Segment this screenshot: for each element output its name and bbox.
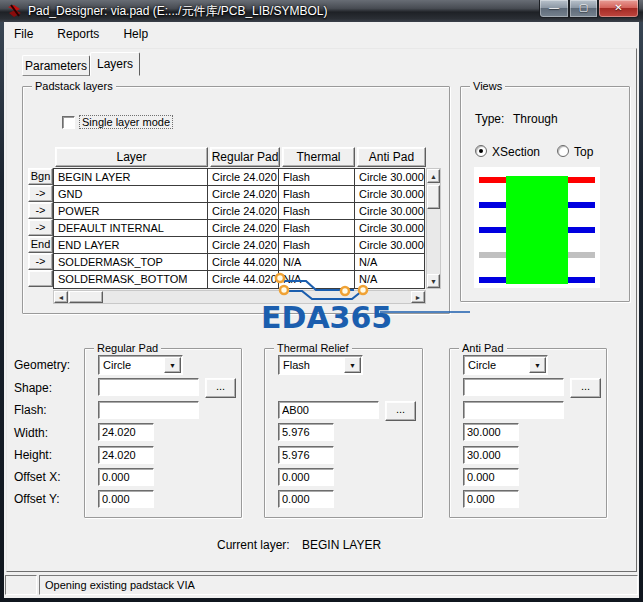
thermal-relief-cell[interactable]: Flash xyxy=(279,186,355,202)
regular-pad-cell[interactable]: Circle 24.020 xyxy=(208,220,279,236)
thermal-relief-cell[interactable]: N/A xyxy=(279,271,355,288)
table-horizontal-scrollbar[interactable]: ◄ ► xyxy=(53,290,426,304)
anti-pad-cell[interactable]: Circle 30.000 xyxy=(355,237,424,253)
scroll-left-arrow[interactable]: ◄ xyxy=(54,291,68,303)
minimize-button[interactable]: — xyxy=(539,0,569,18)
thermal-relief-cell[interactable]: N/A xyxy=(279,254,355,270)
row-nav-button[interactable]: -> xyxy=(28,253,53,270)
tab-layers[interactable]: Layers xyxy=(90,52,140,76)
close-button[interactable]: ✕ xyxy=(598,0,639,18)
anti-pad-cell[interactable]: Circle 30.000 xyxy=(355,220,424,236)
menu-file[interactable]: File xyxy=(6,24,41,44)
regular-pad-cell[interactable]: Circle 24.020 xyxy=(208,169,279,185)
table-row[interactable]: POWER Circle 24.020 Flash Circle 30.000 xyxy=(54,203,424,220)
layer-cell[interactable]: SOLDERMASK_TOP xyxy=(54,254,208,270)
xsection-radio-label: XSection xyxy=(492,145,540,159)
regular-pad-shape-browse-button[interactable]: ... xyxy=(205,378,236,398)
row-nav-button[interactable]: End xyxy=(28,236,53,253)
title-bar: Pad_Designer: via.pad (E:.../元件库/PCB_LIB… xyxy=(0,0,643,22)
regular-pad-cell[interactable]: Circle 24.020 xyxy=(208,237,279,253)
table-row[interactable]: DEFAULT INTERNAL Circle 24.020 Flash Cir… xyxy=(54,220,424,237)
anti-pad-group: Anti Pad Circle ▼ ... xyxy=(449,348,607,518)
thermal-relief-cell[interactable]: Flash xyxy=(279,237,355,253)
scroll-right-arrow[interactable]: ► xyxy=(411,291,425,303)
thermal-relief-width-input[interactable] xyxy=(278,423,334,441)
thermal-relief-offset-x-input[interactable] xyxy=(278,468,334,486)
top-layer-bar-right xyxy=(568,177,595,183)
chevron-down-icon[interactable]: ▼ xyxy=(344,357,361,373)
column-header-thermal-relief[interactable]: Thermal Relief xyxy=(282,147,355,167)
anti-pad-offset-y-input[interactable] xyxy=(463,490,519,508)
views-group-label: Views xyxy=(470,80,505,92)
horizontal-scroll-thumb[interactable] xyxy=(69,291,103,303)
table-row[interactable]: END LAYER Circle 24.020 Flash Circle 30.… xyxy=(54,237,424,254)
regular-pad-width-input[interactable] xyxy=(98,423,154,441)
row-nav-button[interactable] xyxy=(28,270,53,287)
table-row[interactable]: SOLDERMASK_TOP Circle 44.020 N/A N/A xyxy=(54,254,424,271)
anti-pad-cell[interactable]: N/A xyxy=(355,254,424,270)
thermal-relief-geometry-dropdown[interactable]: Flash ▼ xyxy=(278,355,363,375)
xsection-radio[interactable] xyxy=(475,145,487,157)
shape-label: Shape: xyxy=(14,381,52,395)
column-header-layer[interactable]: Layer xyxy=(55,147,208,167)
anti-pad-cell[interactable]: Circle 30.000 xyxy=(355,186,424,202)
anti-pad-flash-input[interactable] xyxy=(463,401,564,419)
anti-pad-shape-browse-button[interactable]: ... xyxy=(570,378,601,398)
regular-pad-cell[interactable]: Circle 24.020 xyxy=(208,186,279,202)
thermal-relief-height-input[interactable] xyxy=(278,446,334,464)
layer-cell[interactable]: GND xyxy=(54,186,208,202)
single-layer-mode-checkbox[interactable] xyxy=(62,116,75,129)
thermal-relief-flash-input[interactable] xyxy=(278,401,379,419)
regular-pad-cell[interactable]: Circle 24.020 xyxy=(208,203,279,219)
layer-cell[interactable]: SOLDERMASK_BOTTOM xyxy=(54,271,208,288)
anti-pad-cell[interactable]: Circle 30.000 xyxy=(355,169,424,185)
row-nav-button[interactable]: -> xyxy=(28,202,53,219)
anti-pad-height-input[interactable] xyxy=(463,446,519,464)
regular-pad-flash-input[interactable] xyxy=(98,401,199,419)
table-row[interactable]: GND Circle 24.020 Flash Circle 30.000 xyxy=(54,186,424,203)
layer-cell[interactable]: BEGIN LAYER xyxy=(54,169,208,185)
regular-pad-cell[interactable]: Circle 44.020 xyxy=(208,254,279,270)
menu-reports[interactable]: Reports xyxy=(49,24,107,44)
anti-pad-width-input[interactable] xyxy=(463,423,519,441)
vertical-scroll-thumb[interactable] xyxy=(427,185,440,209)
anti-pad-shape-input[interactable] xyxy=(463,378,564,396)
thermal-relief-offset-y-input[interactable] xyxy=(278,490,334,508)
anti-pad-offset-x-input[interactable] xyxy=(463,468,519,486)
column-header-regular-pad[interactable]: Regular Pad xyxy=(210,147,280,167)
table-row[interactable]: BEGIN LAYER Circle 24.020 Flash Circle 3… xyxy=(54,169,424,186)
anti-pad-geometry-dropdown[interactable]: Circle ▼ xyxy=(463,355,548,375)
top-layer-bar-left xyxy=(479,177,506,183)
chevron-down-icon[interactable]: ▼ xyxy=(164,357,181,373)
regular-pad-offset-y-input[interactable] xyxy=(98,490,154,508)
table-vertical-scrollbar[interactable]: ▲ ▼ xyxy=(426,168,441,289)
column-header-anti-pad[interactable]: Anti Pad xyxy=(357,147,426,167)
thermal-relief-cell[interactable]: Flash xyxy=(279,169,355,185)
row-nav-button[interactable]: Bgn xyxy=(28,168,53,185)
thermal-relief-cell[interactable]: Flash xyxy=(279,220,355,236)
regular-pad-geometry-dropdown[interactable]: Circle ▼ xyxy=(98,355,183,375)
scroll-down-arrow[interactable]: ▼ xyxy=(427,274,440,288)
anti-pad-cell[interactable]: N/A xyxy=(355,271,424,288)
row-nav-button[interactable]: -> xyxy=(28,185,53,202)
scroll-up-arrow[interactable]: ▲ xyxy=(427,169,440,183)
layer-cell[interactable]: POWER xyxy=(54,203,208,219)
tab-parameters[interactable]: Parameters xyxy=(22,55,90,76)
top-radio[interactable] xyxy=(557,145,569,157)
thermal-relief-cell[interactable]: Flash xyxy=(279,203,355,219)
chevron-down-icon[interactable]: ▼ xyxy=(529,357,546,373)
regular-pad-height-input[interactable] xyxy=(98,446,154,464)
menu-help[interactable]: Help xyxy=(115,24,156,44)
regular-pad-shape-input[interactable] xyxy=(98,378,199,396)
maximize-button[interactable]: ▢ xyxy=(569,0,598,18)
inner-layer-bar-left xyxy=(479,227,506,233)
row-nav-button[interactable]: -> xyxy=(28,219,53,236)
anti-pad-cell[interactable]: Circle 30.000 xyxy=(355,203,424,219)
height-label: Height: xyxy=(14,448,52,462)
regular-pad-offset-x-input[interactable] xyxy=(98,468,154,486)
layer-cell[interactable]: END LAYER xyxy=(54,237,208,253)
table-row[interactable]: SOLDERMASK_BOTTOM Circle 44.020 N/A N/A xyxy=(54,271,424,288)
regular-pad-cell[interactable]: Circle 44.020 xyxy=(208,271,279,288)
layer-cell[interactable]: DEFAULT INTERNAL xyxy=(54,220,208,236)
thermal-relief-flash-browse-button[interactable]: ... xyxy=(385,401,416,421)
